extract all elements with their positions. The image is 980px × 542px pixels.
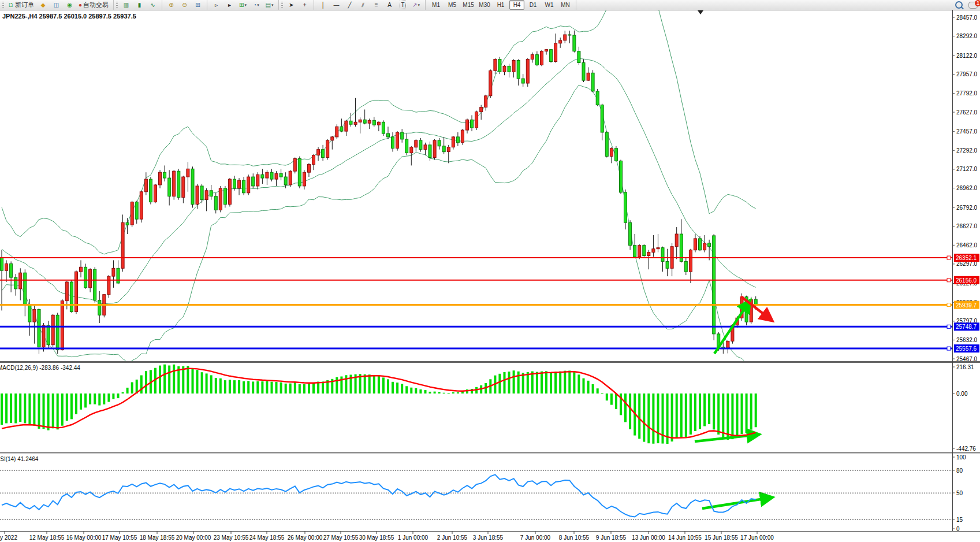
bull-candle	[694, 239, 696, 250]
bear-candle	[261, 175, 264, 178]
bull-candle	[531, 55, 534, 60]
macd-histogram-bar	[43, 393, 45, 429]
macd-histogram-bar	[610, 393, 613, 405]
level-line-handle	[947, 325, 951, 328]
macd-histogram-bar	[652, 393, 654, 444]
time-tick-label: 23 May 10:55	[214, 534, 249, 541]
macd-histogram-bar	[70, 393, 73, 419]
bull-candle	[610, 149, 613, 157]
macd-histogram-bar	[285, 384, 287, 393]
macd-histogram-bar	[24, 393, 26, 423]
macd-histogram-bar	[168, 366, 170, 394]
macd-histogram-bar	[545, 371, 547, 393]
bear-candle	[387, 133, 390, 137]
bear-candle	[577, 51, 580, 63]
macd-histogram-bar	[564, 371, 566, 393]
price-tag-label: 26156.0	[956, 277, 977, 284]
macd-histogram-bar	[312, 383, 315, 394]
bull-candle	[140, 192, 143, 219]
macd-histogram-bar	[107, 393, 110, 402]
bear-candle	[517, 61, 520, 79]
price-tick-label: 27457.0	[956, 128, 978, 135]
chart-canvas[interactable]: 28457.028292.028122.027957.027792.027627…	[0, 0, 980, 542]
time-tick-label: 27 May 10:55	[323, 534, 359, 541]
macd-histogram-bar	[224, 380, 226, 393]
macd-histogram-bar	[457, 392, 459, 393]
macd-histogram-bar	[280, 383, 282, 393]
bear-candle	[428, 145, 431, 158]
bull-candle	[503, 66, 506, 72]
bear-candle	[252, 177, 255, 186]
macd-histogram-bar	[699, 393, 701, 429]
bear-candle	[405, 139, 408, 153]
bull-candle	[19, 273, 22, 289]
bear-candle	[634, 246, 636, 257]
macd-histogram-bar	[52, 393, 54, 428]
bear-candle	[98, 300, 101, 315]
macd-histogram-bar	[94, 393, 96, 404]
bull-candle	[452, 137, 454, 147]
bear-candle	[573, 35, 576, 51]
macd-histogram-bar	[243, 381, 245, 393]
price-axis[interactable]: 28457.028292.028122.027957.027792.027627…	[952, 14, 978, 362]
macd-histogram-bar	[112, 393, 114, 399]
macd-histogram-bar	[638, 393, 640, 439]
price-tick-label: 26627.0	[956, 223, 978, 229]
indicator-axes: 216.310.00-442.761008050150	[952, 364, 976, 532]
bull-candle	[647, 253, 650, 256]
macd-histogram-bar	[373, 376, 375, 393]
macd-histogram-bar	[419, 389, 422, 393]
bull-candle	[205, 191, 208, 200]
macd-histogram-bar	[396, 383, 398, 393]
bear-candle	[498, 60, 501, 72]
macd-histogram-bar	[84, 393, 87, 407]
macd-histogram-bar	[308, 384, 310, 393]
macd-histogram-bar	[233, 380, 236, 393]
mt4-window: 🗋 新订单 ◆ ◫ ◉ ● 自动交易 ▥ ▮ ∿ ⊕ ⊖ ⊞ ▹ ▸ ⊞▾ ◔	[0, 0, 980, 542]
macd-histogram-bar	[252, 381, 254, 393]
macd-histogram-bar	[173, 365, 175, 393]
price-tag-label: 26352.1	[956, 255, 977, 261]
bull-candle	[424, 145, 427, 150]
bull-candle	[726, 341, 729, 348]
macd-trend-arrow	[695, 435, 758, 441]
macd-histogram-bar	[731, 393, 733, 439]
bear-candle	[200, 186, 203, 200]
macd-histogram-bar	[550, 372, 552, 393]
bear-candle	[1, 258, 3, 271]
price-tick-label: 28292.0	[956, 33, 978, 39]
macd-histogram-bar	[131, 383, 133, 394]
bull-candle	[144, 179, 147, 192]
bear-candle	[340, 127, 343, 131]
bull-candle	[447, 147, 450, 152]
macd-histogram-bar	[57, 393, 59, 429]
macd-histogram-bar	[554, 372, 557, 393]
bull-candle	[326, 140, 329, 158]
macd-histogram-bar	[247, 381, 249, 393]
macd-histogram-bar	[513, 370, 515, 393]
symbol-ohlc-info: JPN225-,H4 25987.5 26015.0 25897.5 25937…	[2, 13, 136, 20]
price-tag-label: 25939.7	[956, 302, 977, 309]
bear-candle	[270, 172, 273, 179]
macd-histogram-bar	[61, 393, 64, 426]
macd-histogram-bar	[38, 393, 40, 429]
bear-candle	[624, 192, 627, 222]
price-tick-label: 27792.0	[956, 90, 978, 96]
bull-candle	[461, 130, 464, 143]
time-tick-label: 20 May 00:00	[176, 534, 211, 541]
bull-candle	[219, 188, 222, 210]
time-tick-label: 15 Jun 18:55	[705, 534, 738, 541]
time-axis[interactable]: May 202212 May 18:5516 May 00:0017 May 1…	[0, 532, 774, 541]
bear-candle	[382, 122, 385, 133]
bear-candle	[322, 150, 325, 158]
bull-candle	[652, 249, 655, 253]
bear-candle	[135, 202, 138, 220]
macd-histogram-bar	[438, 392, 441, 393]
macd-histogram-bar	[573, 372, 575, 393]
macd-histogram-bar	[722, 393, 724, 438]
bear-candle	[363, 120, 366, 123]
bear-candle	[591, 73, 594, 91]
macd-histogram-bar	[80, 393, 82, 410]
macd-histogram-bar	[601, 393, 603, 394]
rsi-indicator-label: RSI(14) 41.2464	[0, 456, 38, 462]
